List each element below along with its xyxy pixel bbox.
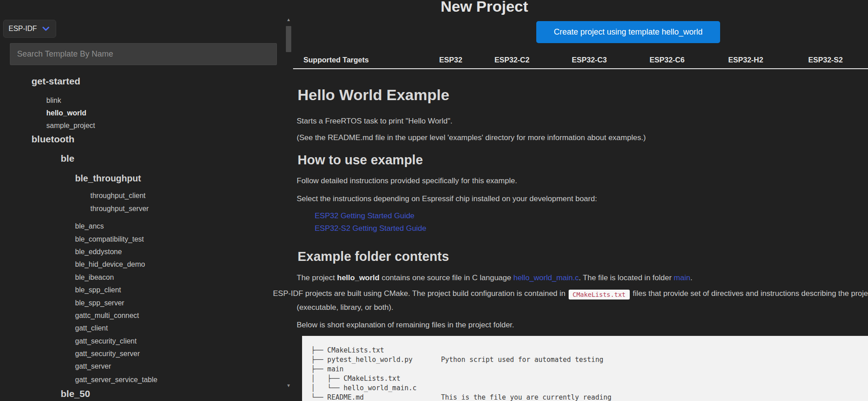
paragraph-follow: Follow detailed instructions provided sp…	[297, 176, 517, 185]
target-esp32-c3: ESP32-C3	[572, 56, 607, 64]
bold-hello-world: hello_world	[337, 273, 379, 282]
file-tree-listing: ├── CMakeLists.txt ├── pytest_hello_worl…	[311, 346, 868, 401]
paragraph-below: Below is short explanation of remaining …	[297, 321, 514, 330]
paragraph-cmake: ESP-IDF projects are built using CMake. …	[273, 289, 868, 300]
file-tree-code-block: ├── CMakeLists.txt ├── pytest_hello_worl…	[302, 336, 868, 401]
tree-item-ble-eddystone[interactable]: ble_eddystone	[75, 248, 122, 256]
paragraph-executable: (executable, library, or both).	[297, 303, 393, 312]
tree-scrollbar[interactable]: ▲ ▼	[285, 17, 292, 394]
text-span: ESP-IDF projects are built using CMake. …	[273, 289, 567, 298]
target-esp32: ESP32	[439, 56, 462, 64]
target-esp32-s2: ESP32-S2	[808, 56, 843, 64]
create-project-button[interactable]: Create project using template hello_worl…	[536, 21, 720, 43]
new-project-window: ESP-IDF get-started blink hello_world sa…	[0, 0, 868, 401]
target-esp32-c6: ESP32-C6	[650, 56, 685, 64]
scroll-down-arrow-icon[interactable]: ▼	[285, 383, 292, 388]
text-span: files that provide set of directives and…	[631, 289, 868, 298]
text-span: .	[690, 273, 693, 282]
tree-item-gatt-server-service-table[interactable]: gatt_server_service_table	[75, 376, 157, 383]
tree-item-gattc-multi-connect[interactable]: gattc_multi_connect	[75, 312, 139, 319]
tree-item-ble-hid-device-demo[interactable]: ble_hid_device_demo	[75, 261, 145, 268]
link-esp32-getting-started[interactable]: ESP32 Getting Started Guide	[315, 212, 414, 220]
tree-folder-ble-50[interactable]: ble_50	[61, 389, 90, 398]
text-span: . The file is located in folder	[579, 273, 673, 282]
tree-folder-ble[interactable]: ble	[61, 154, 74, 163]
paragraph-project: The project hello_world contains one sou…	[297, 273, 692, 282]
target-esp32-c2: ESP32-C2	[494, 56, 530, 64]
text-span: contains one source file in C language	[379, 273, 513, 282]
tree-item-gatt-security-server[interactable]: gatt_security_server	[75, 350, 140, 357]
tree-folder-ble-throughput[interactable]: ble_throughput	[75, 174, 141, 183]
tree-folder-bluetooth[interactable]: bluetooth	[31, 134, 75, 144]
inline-code-cmakelists: CMakeLists.txt	[569, 290, 630, 300]
framework-dropdown-value: ESP-IDF	[9, 25, 37, 33]
tree-item-ble-spp-client[interactable]: ble_spp_client	[75, 286, 121, 294]
scrollbar-thumb[interactable]	[286, 26, 291, 52]
targets-underline	[293, 68, 868, 69]
framework-dropdown[interactable]: ESP-IDF	[3, 20, 56, 38]
paragraph-select-chip: Select the instructions depending on Esp…	[297, 194, 597, 203]
scroll-up-arrow-icon[interactable]: ▲	[285, 17, 292, 22]
supported-targets-row: Supported Targets ESP32 ESP32-C2 ESP32-C…	[0, 56, 868, 65]
readme-title: Hello World Example	[298, 86, 450, 104]
tree-item-ble-ibeacon[interactable]: ble_ibeacon	[75, 274, 114, 281]
tree-item-gatt-security-client[interactable]: gatt_security_client	[75, 338, 137, 345]
tree-item-hello-world-selected[interactable]: hello_world	[46, 110, 86, 117]
tree-item-sample-project[interactable]: sample_project	[46, 122, 95, 129]
page-title: New Project	[294, 0, 674, 15]
link-esp32-s2-getting-started[interactable]: ESP32-S2 Getting Started Guide	[315, 224, 427, 233]
text-span: The project	[297, 273, 337, 282]
heading-how-to-use: How to use example	[298, 153, 423, 167]
link-main-folder[interactable]: main	[674, 273, 690, 282]
link-hello-world-main-c[interactable]: hello_world_main.c	[513, 273, 579, 282]
tree-folder-get-started[interactable]: get-started	[31, 76, 80, 86]
heading-folder-contents: Example folder contents	[298, 249, 449, 264]
tree-item-ble-compatibility-test[interactable]: ble_compatibility_test	[75, 236, 144, 243]
chevron-down-icon	[42, 26, 49, 31]
tree-item-blink[interactable]: blink	[46, 97, 61, 104]
tree-item-gatt-server[interactable]: gatt_server	[75, 363, 111, 370]
paragraph-see-readme: (See the README.md file in the upper lev…	[297, 133, 646, 142]
tree-item-throughput-server[interactable]: throughput_server	[90, 205, 149, 212]
tree-item-throughput-client[interactable]: throughput_client	[90, 192, 146, 199]
target-esp32-h2: ESP32-H2	[728, 56, 763, 64]
tree-item-gatt-client[interactable]: gatt_client	[75, 325, 108, 332]
tree-item-ble-spp-server[interactable]: ble_spp_server	[75, 300, 124, 307]
tree-item-ble-ancs[interactable]: ble_ancs	[75, 223, 104, 230]
paragraph-starts: Starts a FreeRTOS task to print "Hello W…	[297, 117, 453, 126]
supported-targets-label: Supported Targets	[303, 56, 369, 64]
